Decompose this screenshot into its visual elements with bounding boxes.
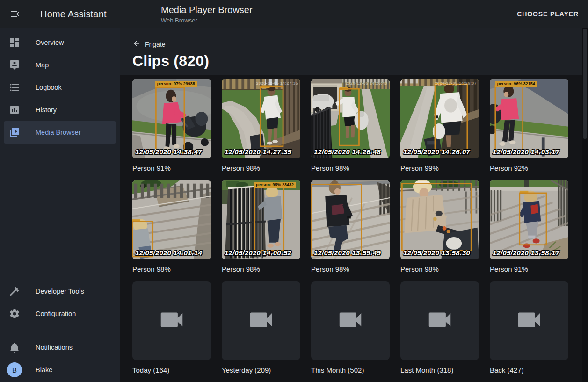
video-icon bbox=[515, 305, 544, 336]
clip-caption: Person 98% bbox=[400, 265, 479, 273]
video-icon bbox=[157, 305, 186, 336]
clip-thumbnail: person: 96% 3215412/05/2020 14:03:17 bbox=[490, 79, 568, 158]
sidebar-item-developer-tools[interactable]: Developer Tools bbox=[4, 280, 116, 303]
clip-caption: Person 98% bbox=[222, 164, 300, 172]
detection-label: person: 97% 29988 bbox=[155, 81, 197, 87]
video-icon bbox=[247, 305, 276, 336]
list-icon bbox=[9, 82, 20, 93]
clip-card[interactable]: 2020-12-05 14:27:3512/05/2020 14:27:35Pe… bbox=[222, 79, 300, 180]
clip-card[interactable]: 12/05/2020 13:58:17Person 91% bbox=[490, 180, 568, 281]
video-icon bbox=[336, 305, 365, 336]
folder-card[interactable]: This Month (502) bbox=[311, 281, 390, 382]
breadcrumb-back[interactable]: Frigate bbox=[132, 39, 166, 49]
clip-caption: Person 91% bbox=[132, 164, 211, 172]
clip-caption: Person 91% bbox=[490, 265, 568, 273]
scrollbar-thumb[interactable] bbox=[583, 29, 587, 139]
clip-caption: Person 98% bbox=[311, 164, 390, 172]
app-header: Home Assistant Media Player Browser Web … bbox=[0, 0, 588, 28]
clip-caption: Person 99% bbox=[400, 164, 479, 172]
breadcrumb-label: Frigate bbox=[145, 41, 166, 48]
timestamp-overlay: 12/05/2020 13:58:30 bbox=[403, 249, 470, 257]
folder-thumbnail bbox=[400, 281, 479, 360]
map-account-icon bbox=[9, 59, 20, 71]
clip-card[interactable]: 12/05/2020 13:59:49Person 98% bbox=[311, 180, 390, 281]
sidebar-item-map[interactable]: Map bbox=[4, 54, 116, 76]
gear-icon bbox=[9, 308, 20, 319]
clip-card[interactable]: 12/05/2020 13:58:30Person 98% bbox=[400, 180, 479, 281]
dashboard-icon bbox=[9, 37, 20, 48]
clip-card[interactable]: 12/05/2020 14:01:14Person 98% bbox=[132, 180, 211, 281]
timestamp-overlay: 12/05/2020 13:58:17 bbox=[493, 249, 559, 257]
page-subtitle: Web Browser bbox=[161, 17, 253, 24]
timestamp-overlay: 12/05/2020 13:59:49 bbox=[314, 249, 381, 257]
sidebar-spacer bbox=[0, 144, 120, 280]
clip-caption: Person 98% bbox=[222, 265, 300, 273]
timestamp-overlay: 12/05/2020 14:27:35 bbox=[225, 148, 291, 156]
folder-card[interactable]: Back (427) bbox=[490, 281, 568, 382]
sidebar-item-overview[interactable]: Overview bbox=[4, 31, 116, 54]
choose-player-button[interactable]: CHOOSE PLAYER bbox=[514, 10, 581, 18]
camera-osd-timestamp: 2020-12-05 14:26:48 bbox=[346, 81, 387, 86]
folder-label: This Month (502) bbox=[311, 366, 390, 374]
sidebar: Overview Map Logbook History Media Brows… bbox=[0, 28, 120, 382]
page-heading: Clips (820) bbox=[132, 52, 582, 70]
folder-label: Back (427) bbox=[490, 366, 568, 374]
clip-thumbnail: 2020-12-05 14:26:4812/05/2020 14:26:48 bbox=[311, 79, 390, 158]
sidebar-item-notifications[interactable]: Notifications bbox=[4, 336, 116, 359]
folders-grid: Today (164)Yesterday (209)This Month (50… bbox=[132, 281, 582, 382]
folder-card[interactable]: Last Month (318) bbox=[400, 281, 479, 382]
clip-card[interactable]: person: 97% 2998812/05/2020 14:38:47Pers… bbox=[132, 79, 211, 180]
folder-label: Last Month (318) bbox=[400, 366, 479, 374]
folder-card[interactable]: Today (164) bbox=[132, 281, 211, 382]
clip-thumbnail: 12/05/2020 13:58:17 bbox=[490, 180, 568, 259]
clip-card[interactable]: 2020-12-05 14:26:4812/05/2020 14:26:48Pe… bbox=[311, 79, 390, 180]
timestamp-overlay: 12/05/2020 14:26:07 bbox=[403, 148, 470, 156]
app-title: Home Assistant bbox=[40, 9, 107, 20]
clip-card[interactable]: person: 96% 3215412/05/2020 14:03:17Pers… bbox=[490, 79, 568, 180]
sidebar-item-media-browser[interactable]: Media Browser bbox=[4, 121, 116, 144]
sidebar-item-user-profile[interactable]: B Blake bbox=[4, 359, 116, 381]
clip-thumbnail: 2020-12-05 14:26:0712/05/2020 14:26:07 bbox=[400, 79, 479, 158]
user-name: Blake bbox=[36, 366, 52, 374]
timestamp-overlay: 12/05/2020 14:01:14 bbox=[135, 249, 202, 257]
detection-label: person: 95% 23432 bbox=[254, 182, 296, 188]
scrollbar[interactable] bbox=[582, 28, 588, 382]
clip-thumbnail: 2020-12-05 14:27:3512/05/2020 14:27:35 bbox=[222, 79, 300, 158]
folder-label: Today (164) bbox=[132, 366, 211, 374]
menu-toggle-button[interactable] bbox=[9, 8, 21, 20]
clip-thumbnail: 12/05/2020 13:58:30 bbox=[400, 180, 479, 259]
hammer-icon bbox=[9, 286, 20, 297]
menu-open-icon bbox=[9, 14, 21, 21]
clip-caption: Person 98% bbox=[132, 265, 211, 273]
clip-thumbnail: person: 97% 2998812/05/2020 14:38:47 bbox=[132, 79, 211, 158]
timestamp-overlay: 12/05/2020 14:26:48 bbox=[314, 148, 381, 156]
clip-card[interactable]: 2020-12-05 14:26:0712/05/2020 14:26:07Pe… bbox=[400, 79, 479, 180]
sidebar-item-logbook[interactable]: Logbook bbox=[4, 76, 116, 99]
timestamp-overlay: 12/05/2020 14:03:17 bbox=[493, 148, 559, 156]
arrow-left-icon bbox=[132, 39, 141, 49]
play-box-multiple-icon bbox=[9, 127, 20, 138]
avatar: B bbox=[7, 362, 22, 377]
folder-thumbnail bbox=[222, 281, 300, 360]
camera-osd-timestamp: 2020-12-05 14:26:07 bbox=[435, 81, 477, 86]
folder-label: Yesterday (209) bbox=[222, 366, 300, 374]
timestamp-overlay: 12/05/2020 14:38:47 bbox=[135, 148, 202, 156]
camera-osd-timestamp: 2020-12-05 14:27:35 bbox=[256, 81, 298, 86]
chart-box-icon bbox=[9, 104, 20, 115]
clip-thumbnail: person: 95% 2343212/05/2020 14:00:52 bbox=[222, 180, 300, 259]
content-header: Frigate Clips (820) bbox=[120, 28, 582, 75]
folder-thumbnail bbox=[311, 281, 390, 360]
folder-thumbnail bbox=[132, 281, 211, 360]
bell-icon bbox=[9, 342, 20, 353]
clip-thumbnail: 12/05/2020 14:01:14 bbox=[132, 180, 211, 259]
media-grid-area: person: 97% 2998812/05/2020 14:38:47Pers… bbox=[120, 75, 582, 382]
folder-card[interactable]: Yesterday (209) bbox=[222, 281, 300, 382]
clip-thumbnail: 12/05/2020 13:59:49 bbox=[311, 180, 390, 259]
timestamp-overlay: 12/05/2020 14:00:52 bbox=[225, 249, 291, 257]
sidebar-gap bbox=[0, 325, 120, 336]
page-title: Media Player Browser bbox=[161, 5, 253, 15]
detection-label: person: 96% 32154 bbox=[495, 81, 537, 87]
sidebar-item-history[interactable]: History bbox=[4, 99, 116, 121]
sidebar-item-configuration[interactable]: Configuration bbox=[4, 303, 116, 325]
clip-card[interactable]: person: 95% 2343212/05/2020 14:00:52Pers… bbox=[222, 180, 300, 281]
